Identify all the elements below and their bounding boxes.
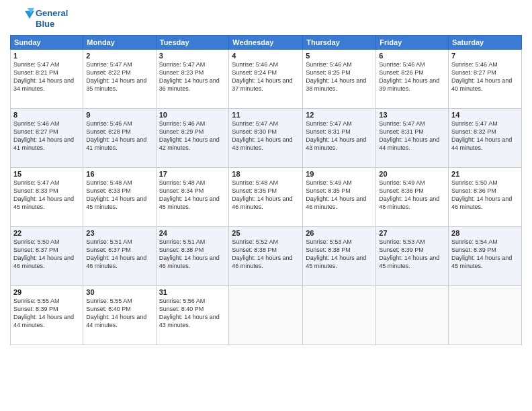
table-row: 11 Sunrise: 5:47 AM Sunset: 8:30 PM Dayl… (229, 109, 303, 168)
col-wednesday: Wednesday (229, 36, 303, 50)
empty-cell (376, 286, 449, 345)
table-row: 31 Sunrise: 5:56 AM Sunset: 8:40 PM Dayl… (156, 286, 229, 345)
table-row: 10 Sunrise: 5:46 AM Sunset: 8:29 PM Dayl… (156, 109, 229, 168)
table-row: 30 Sunrise: 5:55 AM Sunset: 8:40 PM Dayl… (83, 286, 156, 345)
table-row: 19 Sunrise: 5:49 AM Sunset: 8:35 PM Dayl… (303, 168, 376, 227)
svg-marker-0 (25, 11, 34, 19)
table-row: 26 Sunrise: 5:53 AM Sunset: 8:38 PM Dayl… (303, 227, 376, 286)
table-row: 24 Sunrise: 5:51 AM Sunset: 8:38 PM Dayl… (156, 227, 229, 286)
table-row: 22 Sunrise: 5:50 AM Sunset: 8:37 PM Dayl… (11, 227, 83, 286)
week-row-5: 29 Sunrise: 5:55 AM Sunset: 8:39 PM Dayl… (11, 286, 522, 345)
logo: General Blue (10, 7, 68, 31)
table-row: 20 Sunrise: 5:49 AM Sunset: 8:36 PM Dayl… (376, 168, 449, 227)
table-row: 25 Sunrise: 5:52 AM Sunset: 8:38 PM Dayl… (229, 227, 303, 286)
empty-cell (229, 286, 303, 345)
table-row: 14 Sunrise: 5:47 AM Sunset: 8:32 PM Dayl… (449, 109, 522, 168)
table-row: 1 Sunrise: 5:47 AM Sunset: 8:21 PM Dayli… (11, 50, 83, 109)
table-row: 18 Sunrise: 5:48 AM Sunset: 8:35 PM Dayl… (229, 168, 303, 227)
col-friday: Friday (376, 36, 449, 50)
logo-general: General (36, 8, 68, 19)
table-row: 8 Sunrise: 5:46 AM Sunset: 8:27 PM Dayli… (11, 109, 83, 168)
table-row: 13 Sunrise: 5:47 AM Sunset: 8:31 PM Dayl… (376, 109, 449, 168)
page: General Blue Sunday Monday Tuesday Wedne… (0, 0, 532, 411)
col-thursday: Thursday (303, 36, 376, 50)
table-row: 3 Sunrise: 5:47 AM Sunset: 8:23 PM Dayli… (156, 50, 229, 109)
table-row: 9 Sunrise: 5:46 AM Sunset: 8:28 PM Dayli… (83, 109, 156, 168)
week-row-1: 1 Sunrise: 5:47 AM Sunset: 8:21 PM Dayli… (11, 50, 522, 109)
col-tuesday: Tuesday (156, 36, 229, 50)
table-row: 6 Sunrise: 5:46 AM Sunset: 8:26 PM Dayli… (376, 50, 449, 109)
table-row: 16 Sunrise: 5:48 AM Sunset: 8:33 PM Dayl… (83, 168, 156, 227)
calendar-header-row: Sunday Monday Tuesday Wednesday Thursday… (11, 36, 522, 50)
table-row: 27 Sunrise: 5:53 AM Sunset: 8:39 PM Dayl… (376, 227, 449, 286)
table-row: 15 Sunrise: 5:47 AM Sunset: 8:33 PM Dayl… (11, 168, 83, 227)
empty-cell (303, 286, 376, 345)
table-row: 7 Sunrise: 5:46 AM Sunset: 8:27 PM Dayli… (449, 50, 522, 109)
table-row: 28 Sunrise: 5:54 AM Sunset: 8:39 PM Dayl… (449, 227, 522, 286)
table-row: 12 Sunrise: 5:47 AM Sunset: 8:31 PM Dayl… (303, 109, 376, 168)
week-row-3: 15 Sunrise: 5:47 AM Sunset: 8:33 PM Dayl… (11, 168, 522, 227)
table-row: 4 Sunrise: 5:46 AM Sunset: 8:24 PM Dayli… (229, 50, 303, 109)
col-sunday: Sunday (11, 36, 83, 50)
table-row: 2 Sunrise: 5:47 AM Sunset: 8:22 PM Dayli… (83, 50, 156, 109)
calendar-table: Sunday Monday Tuesday Wednesday Thursday… (10, 35, 522, 345)
week-row-2: 8 Sunrise: 5:46 AM Sunset: 8:27 PM Dayli… (11, 109, 522, 168)
header: General Blue (10, 7, 522, 31)
col-saturday: Saturday (449, 36, 522, 50)
table-row: 21 Sunrise: 5:50 AM Sunset: 8:36 PM Dayl… (449, 168, 522, 227)
empty-cell (449, 286, 522, 345)
logo-blue: Blue (36, 19, 68, 30)
table-row: 29 Sunrise: 5:55 AM Sunset: 8:39 PM Dayl… (11, 286, 83, 345)
table-row: 17 Sunrise: 5:48 AM Sunset: 8:34 PM Dayl… (156, 168, 229, 227)
week-row-4: 22 Sunrise: 5:50 AM Sunset: 8:37 PM Dayl… (11, 227, 522, 286)
col-monday: Monday (83, 36, 156, 50)
table-row: 5 Sunrise: 5:46 AM Sunset: 8:25 PM Dayli… (303, 50, 376, 109)
table-row: 23 Sunrise: 5:51 AM Sunset: 8:37 PM Dayl… (83, 227, 156, 286)
